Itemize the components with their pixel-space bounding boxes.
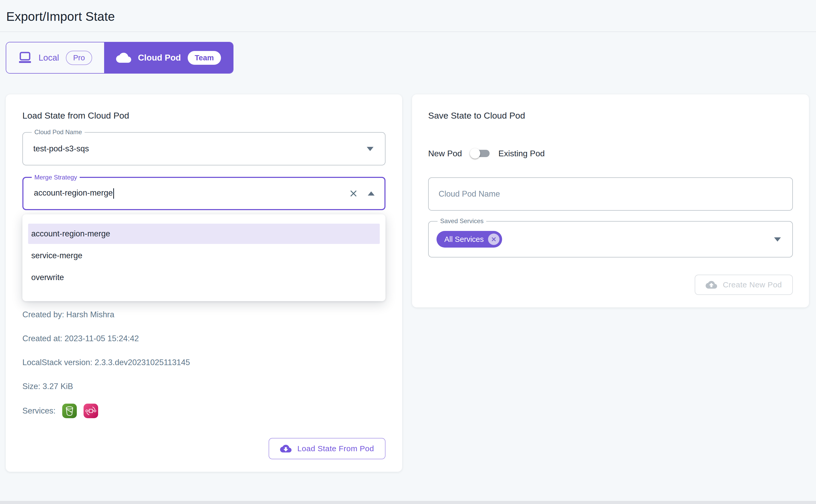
cloud-pod-name-select[interactable]: Cloud Pod Name test-pod-s3-sqs xyxy=(22,132,386,165)
tab-cloud-pod[interactable]: Cloud Pod Team xyxy=(104,42,233,73)
merge-strategy-value: account-region-merge xyxy=(23,188,114,199)
chevron-up-icon[interactable] xyxy=(368,191,375,196)
save-card-title: Save State to Cloud Pod xyxy=(428,111,793,121)
cloud-download-icon xyxy=(280,444,292,453)
merge-strategy-label: Merge Strategy xyxy=(32,174,80,181)
team-badge: Team xyxy=(188,51,221,65)
localstack-version-text: LocalStack version: 2.3.3.dev20231025113… xyxy=(22,357,386,368)
tab-local[interactable]: Local Pro xyxy=(6,42,104,73)
page-header: Export/Import State xyxy=(0,0,816,32)
merge-strategy-input[interactable]: Merge Strategy account-region-merge xyxy=(22,177,386,210)
created-at-text: Created at: 2023-11-05 15:24:42 xyxy=(22,333,386,344)
s3-service-icon xyxy=(62,404,77,418)
chevron-down-icon xyxy=(774,237,781,242)
chevron-down-icon xyxy=(367,147,374,151)
new-pod-label: New Pod xyxy=(428,149,462,158)
services-row: Services: xyxy=(22,404,386,418)
created-by-text: Created by: Harsh Mishra xyxy=(22,309,386,320)
menu-option-service-merge[interactable]: service-merge xyxy=(28,245,380,266)
cloud-icon xyxy=(116,52,131,63)
merge-strategy-menu: account-region-merge service-merge overw… xyxy=(22,214,386,301)
text-cursor xyxy=(113,188,114,199)
all-services-chip-label: All Services xyxy=(444,235,484,244)
mode-tab-group: Local Pro Cloud Pod Team xyxy=(6,42,234,74)
services-label: Services: xyxy=(22,406,55,416)
create-new-pod-button-label: Create New Pod xyxy=(723,280,782,289)
menu-option-overwrite[interactable]: overwrite xyxy=(28,267,380,288)
mode-tabs: Local Pro Cloud Pod Team xyxy=(6,42,810,74)
pod-mode-switch[interactable] xyxy=(470,148,491,159)
cloud-upload-icon xyxy=(706,280,717,289)
cloud-pod-name-select-label: Cloud Pod Name xyxy=(32,129,85,135)
save-state-card: Save State to Cloud Pod New Pod Existing… xyxy=(412,94,809,307)
circle-close-icon[interactable] xyxy=(488,234,499,245)
load-state-button-label: Load State From Pod xyxy=(297,444,374,453)
cloud-pod-name-input[interactable] xyxy=(428,177,793,211)
horizontal-scrollbar-track xyxy=(0,501,816,504)
all-services-chip: All Services xyxy=(436,231,502,248)
pod-mode-row: New Pod Existing Pod xyxy=(428,148,793,159)
cloud-pod-name-select-value: test-pod-s3-sqs xyxy=(23,144,89,153)
saved-services-label: Saved Services xyxy=(438,218,486,224)
close-icon[interactable] xyxy=(349,189,358,198)
load-state-button[interactable]: Load State From Pod xyxy=(269,438,386,459)
tab-local-label: Local xyxy=(38,53,59,63)
load-state-card: Load State from Cloud Pod Cloud Pod Name… xyxy=(6,94,402,472)
existing-pod-label: Existing Pod xyxy=(498,149,545,158)
size-text: Size: 3.27 KiB xyxy=(22,381,386,392)
pod-metadata: Created by: Harsh Mishra Created at: 202… xyxy=(22,309,386,418)
page-title: Export/Import State xyxy=(6,9,810,24)
pro-badge: Pro xyxy=(66,51,92,65)
load-card-title: Load State from Cloud Pod xyxy=(22,111,386,121)
tab-cloud-pod-label: Cloud Pod xyxy=(138,53,181,63)
saved-services-select[interactable]: Saved Services All Services xyxy=(428,221,793,257)
switch-thumb xyxy=(470,148,480,159)
menu-option-account-region-merge[interactable]: account-region-merge xyxy=(28,224,380,244)
laptop-icon xyxy=(18,51,32,64)
create-new-pod-button[interactable]: Create New Pod xyxy=(695,275,793,295)
sqs-service-icon xyxy=(83,404,98,418)
